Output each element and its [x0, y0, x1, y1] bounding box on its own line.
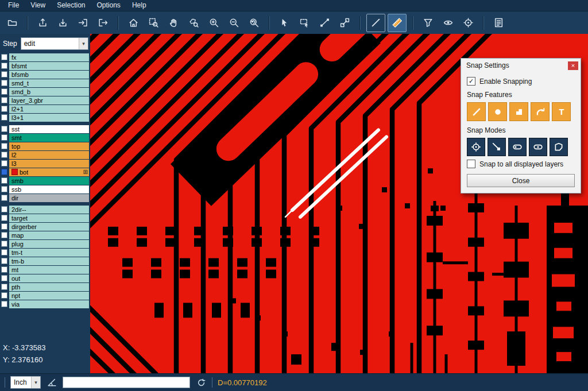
layer-visibility-checkbox[interactable]: [1, 126, 7, 132]
layer-visibility-checkbox[interactable]: [1, 223, 7, 230]
layer-item-pth[interactable]: pth: [9, 283, 89, 291]
layer-item-sst[interactable]: sst: [9, 125, 89, 133]
snap-pad-icon[interactable]: [488, 102, 507, 121]
import-left-icon[interactable]: [74, 14, 92, 32]
layer-item-tm-b[interactable]: tm-b: [9, 257, 89, 265]
zoom-out-icon[interactable]: [225, 14, 243, 32]
layer-item-out[interactable]: out: [9, 274, 89, 282]
layer-item-bfsmt[interactable]: bfsmt: [9, 62, 89, 70]
layer-visibility-checkbox[interactable]: [1, 134, 7, 141]
layer-visibility-checkbox[interactable]: [1, 186, 7, 192]
layer-visibility-checkbox[interactable]: [1, 97, 7, 103]
menu-options[interactable]: Options: [91, 0, 126, 11]
layer-visibility-checkbox[interactable]: [1, 106, 7, 112]
layer-visibility-checkbox[interactable]: [1, 292, 7, 299]
layer-visibility-checkbox[interactable]: [1, 160, 7, 167]
measure-objects-icon[interactable]: [336, 14, 354, 32]
snap-slot-left-icon[interactable]: [508, 138, 527, 156]
pan-hand-icon[interactable]: [165, 14, 183, 32]
layer-item-tm-t[interactable]: tm-t: [9, 249, 89, 257]
snap-contour-icon[interactable]: [550, 138, 568, 156]
snap-vertex-icon[interactable]: [488, 138, 506, 156]
snap-line-icon[interactable]: [467, 102, 486, 121]
layer-visibility-checkbox[interactable]: [1, 71, 7, 78]
step-select[interactable]: edit ▾: [21, 37, 88, 50]
enable-snapping-checkbox[interactable]: ✓: [467, 77, 475, 86]
zoom-refresh-icon[interactable]: [245, 14, 263, 32]
layer-visibility-checkbox[interactable]: [1, 215, 7, 221]
open-folder-icon[interactable]: [3, 14, 21, 32]
layer-visibility-checkbox[interactable]: [1, 249, 7, 255]
import-down-icon[interactable]: [54, 14, 72, 32]
select-path-icon[interactable]: [316, 14, 334, 32]
dialog-titlebar[interactable]: Snap Settings ×: [461, 59, 581, 72]
snap-text-icon[interactable]: T: [552, 102, 571, 121]
angle-mode-icon[interactable]: [46, 377, 57, 388]
layer-item-ssb[interactable]: ssb: [9, 185, 89, 193]
layer-item-smt[interactable]: smt: [9, 134, 89, 142]
layer-visibility-checkbox[interactable]: [1, 80, 7, 86]
net-inspect-icon[interactable]: [459, 14, 477, 32]
eye-icon[interactable]: [439, 14, 457, 32]
layer-item-target[interactable]: target: [9, 214, 89, 222]
layer-item-l3[interactable]: l3: [9, 160, 89, 168]
layer-item-bot[interactable]: bot⊞: [9, 168, 89, 176]
layer-item-smd_t[interactable]: smd_t: [9, 79, 89, 87]
ruler-icon[interactable]: [388, 14, 407, 32]
layer-visibility-checkbox[interactable]: [1, 88, 7, 95]
layer-visibility-checkbox[interactable]: [1, 195, 7, 201]
layer-item-top[interactable]: top: [9, 142, 89, 150]
layer-visibility-checkbox[interactable]: [1, 114, 7, 121]
line-tool-icon[interactable]: [366, 14, 385, 32]
layer-visibility-checkbox[interactable]: [1, 206, 7, 212]
all-layers-checkbox[interactable]: [467, 160, 475, 168]
menu-view[interactable]: View: [25, 0, 51, 11]
layer-item-dirgerber[interactable]: dirgerber: [9, 223, 89, 231]
unit-select[interactable]: Inch ▾: [10, 376, 41, 389]
layer-item-dir[interactable]: dir: [9, 194, 89, 202]
layer-visibility-checkbox[interactable]: [1, 241, 7, 247]
layer-item-mt[interactable]: mt: [9, 266, 89, 274]
layer-item-l2+1[interactable]: l2+1: [9, 105, 89, 113]
layer-item-npt[interactable]: npt: [9, 292, 89, 300]
layer-visibility-checkbox[interactable]: [1, 266, 7, 273]
layer-visibility-checkbox[interactable]: [1, 54, 7, 60]
menu-selection[interactable]: Selection: [51, 0, 91, 11]
layer-visibility-checkbox[interactable]: [1, 275, 7, 281]
menu-help[interactable]: Help: [126, 0, 152, 11]
snap-slot-mid-icon[interactable]: [529, 138, 547, 156]
close-button[interactable]: Close: [467, 174, 575, 187]
grid-icon[interactable]: ⊞: [83, 169, 88, 175]
zoom-polygon-icon[interactable]: [185, 14, 203, 32]
layer-visibility-checkbox[interactable]: [1, 301, 7, 307]
export-up-icon[interactable]: [34, 14, 52, 32]
layer-visibility-checkbox[interactable]: [1, 284, 7, 290]
layer-visibility-checkbox[interactable]: [1, 177, 7, 184]
layer-item-map[interactable]: map: [9, 231, 89, 239]
layer-visibility-checkbox[interactable]: [1, 169, 7, 175]
layer-visibility-checkbox[interactable]: [1, 152, 7, 158]
layer-item-fx[interactable]: fx: [9, 53, 89, 61]
layer-item-l2[interactable]: l2: [9, 151, 89, 159]
home-icon[interactable]: [125, 14, 142, 32]
menu-file[interactable]: File: [2, 0, 25, 11]
zoom-window-icon[interactable]: [145, 14, 163, 32]
close-icon[interactable]: ×: [568, 61, 578, 70]
layer-item-plug[interactable]: plug: [9, 240, 89, 248]
select-area-icon[interactable]: [296, 14, 314, 32]
layer-visibility-checkbox[interactable]: [1, 63, 7, 69]
layer-item-2dir--[interactable]: 2dir--: [9, 206, 89, 214]
snap-arc-icon[interactable]: [531, 102, 550, 121]
layer-item-via[interactable]: via: [9, 300, 89, 308]
cursor-select-icon[interactable]: [276, 14, 293, 32]
layer-visibility-checkbox[interactable]: [1, 258, 7, 264]
snap-corner-icon[interactable]: [509, 102, 528, 121]
layer-visibility-checkbox[interactable]: [1, 143, 7, 149]
command-input[interactable]: [63, 377, 190, 388]
layer-item-smd_b[interactable]: smd_b: [9, 88, 89, 96]
layer-item-smb[interactable]: smb: [9, 177, 89, 185]
report-icon[interactable]: [490, 14, 508, 32]
layer-visibility-checkbox[interactable]: [1, 232, 7, 238]
snap-center-icon[interactable]: [467, 138, 485, 156]
export-right-icon[interactable]: [94, 14, 112, 32]
